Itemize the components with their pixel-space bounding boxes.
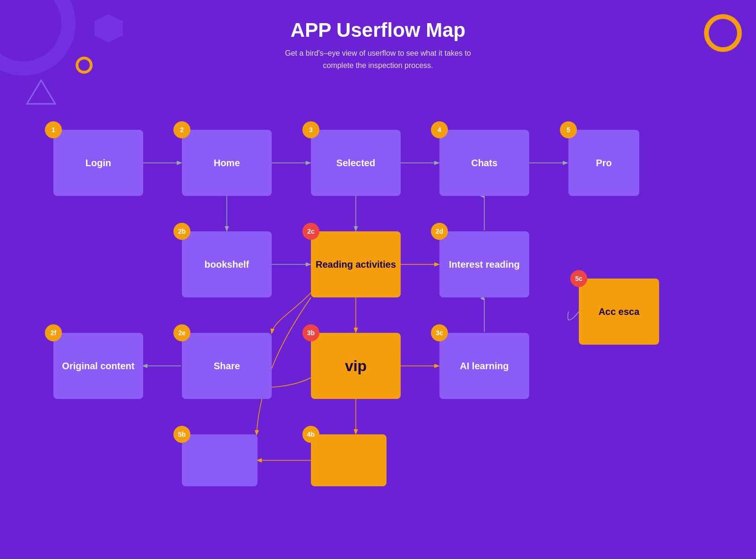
deco-ring-small [76, 57, 93, 74]
node-label-n2f: Original content [62, 361, 134, 372]
node-n3b[interactable]: vip3b [311, 333, 401, 399]
badge-n4: 4 [431, 121, 448, 138]
node-box-n4[interactable]: Chats4 [439, 130, 529, 196]
node-n2c[interactable]: Reading activities2c [311, 231, 401, 297]
badge-n5b: 5b [173, 426, 190, 443]
node-n2b[interactable]: bookshelf2b [182, 231, 272, 297]
node-n4b[interactable]: 4b [311, 434, 387, 486]
node-box-n1[interactable]: Login1 [53, 130, 143, 196]
node-n5[interactable]: Pro5 [568, 130, 639, 196]
node-box-n3b[interactable]: vip3b [311, 333, 401, 399]
node-box-n2b[interactable]: bookshelf2b [182, 231, 272, 297]
node-box-n2d[interactable]: Interest reading2d [439, 231, 529, 297]
badge-n2e: 2e [173, 324, 190, 341]
badge-n3b: 3b [302, 324, 319, 341]
page-title: APP Userflow Map [274, 19, 482, 42]
page-header: APP Userflow Map Get a bird's–eye view o… [274, 19, 482, 71]
node-n3[interactable]: Selected3 [311, 130, 401, 196]
deco-ring-top-right [704, 14, 742, 52]
node-n2f[interactable]: Original content2f [53, 333, 143, 399]
node-n5c[interactable]: Acc esca5c [579, 279, 659, 345]
node-n2[interactable]: Home2 [182, 130, 272, 196]
badge-n5: 5 [560, 121, 577, 138]
node-label-n2d: Interest reading [449, 259, 520, 270]
node-box-n3[interactable]: Selected3 [311, 130, 401, 196]
node-label-n3: Selected [336, 158, 375, 169]
badge-n1: 1 [45, 121, 62, 138]
badge-n2b: 2b [173, 223, 190, 240]
deco-triangle [25, 78, 58, 106]
node-label-n4: Chats [471, 158, 498, 169]
node-box-n2c[interactable]: Reading activities2c [311, 231, 401, 297]
node-box-n3c[interactable]: AI learning3c [439, 333, 529, 399]
node-n1[interactable]: Login1 [53, 130, 143, 196]
node-box-n2e[interactable]: Share2e [182, 333, 272, 399]
node-label-n1: Login [86, 158, 111, 169]
node-label-n2b: bookshelf [205, 259, 249, 270]
badge-n2f: 2f [45, 324, 62, 341]
page-subtitle: Get a bird's–eye view of userflow to see… [274, 47, 482, 71]
badge-n3c: 3c [431, 324, 448, 341]
badge-n3: 3 [302, 121, 319, 138]
badge-n2c: 2c [302, 223, 319, 240]
node-box-n4b[interactable]: 4b [311, 434, 387, 486]
node-box-n2f[interactable]: Original content2f [53, 333, 143, 399]
node-n3c[interactable]: AI learning3c [439, 333, 529, 399]
node-label-n2: Home [214, 158, 240, 169]
node-label-n5c: Acc esca [599, 306, 640, 317]
node-box-n2[interactable]: Home2 [182, 130, 272, 196]
node-n4[interactable]: Chats4 [439, 130, 529, 196]
node-n5b[interactable]: 5b [182, 434, 258, 486]
node-label-n2e: Share [214, 361, 240, 372]
badge-n4b: 4b [302, 426, 319, 443]
node-box-n5b[interactable]: 5b [182, 434, 258, 486]
badge-n2d: 2d [431, 223, 448, 240]
deco-hexagon [94, 14, 123, 42]
node-n2e[interactable]: Share2e [182, 333, 272, 399]
badge-n5c: 5c [570, 270, 587, 287]
node-label-n3c: AI learning [460, 361, 508, 372]
node-n2d[interactable]: Interest reading2d [439, 231, 529, 297]
node-box-n5c[interactable]: Acc esca5c [579, 279, 659, 345]
node-label-n3b: vip [345, 357, 367, 375]
badge-n2: 2 [173, 121, 190, 138]
svg-marker-0 [27, 80, 55, 104]
deco-circle [0, 0, 76, 76]
node-label-n2c: Reading activities [316, 259, 396, 270]
node-label-n5: Pro [596, 158, 611, 169]
node-box-n5[interactable]: Pro5 [568, 130, 639, 196]
